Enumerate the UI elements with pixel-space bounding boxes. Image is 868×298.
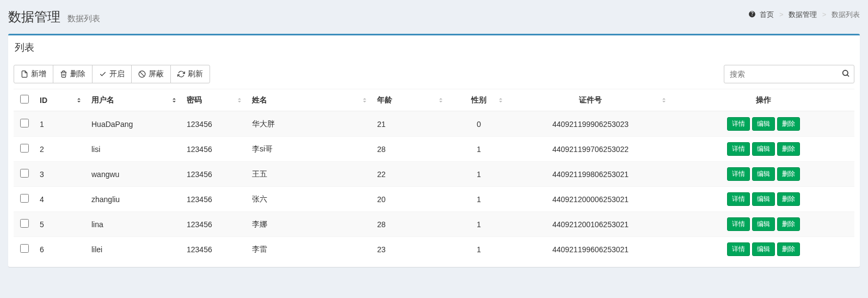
row-edit-button[interactable]: 编辑 — [752, 192, 775, 206]
breadcrumb-separator: > — [779, 10, 784, 19]
row-delete-button[interactable]: 删除 — [777, 217, 800, 231]
cell-name: 华大胖 — [248, 111, 373, 137]
column-label-idno: 证件号 — [579, 95, 602, 104]
cell-checkbox — [14, 212, 35, 237]
add-button-label: 新增 — [31, 69, 46, 80]
sort-icon — [660, 96, 668, 104]
cell-password: 123456 — [182, 212, 248, 237]
cell-password: 123456 — [182, 237, 248, 262]
column-label-username: 用户名 — [91, 95, 114, 104]
breadcrumb-home[interactable]: 首页 — [760, 10, 774, 19]
row-detail-button[interactable]: 详情 — [727, 192, 750, 206]
cell-id: 4 — [35, 187, 87, 212]
sort-icon — [497, 96, 504, 104]
row-checkbox[interactable] — [20, 169, 29, 178]
table-body: 1HuaDaPang123456华大胖210440921199906253023… — [14, 111, 854, 261]
trash-icon — [60, 70, 67, 78]
page-subtitle: 数据列表 — [67, 14, 100, 23]
row-delete-button[interactable]: 删除 — [777, 142, 800, 156]
cell-username: HuaDaPang — [87, 111, 182, 137]
row-detail-button[interactable]: 详情 — [727, 117, 750, 131]
breadcrumb-level1[interactable]: 数据管理 — [789, 10, 817, 19]
svg-point-2 — [843, 70, 848, 75]
row-detail-button[interactable]: 详情 — [727, 242, 750, 256]
row-delete-button[interactable]: 删除 — [777, 242, 800, 256]
table-row: 3wangwu123456王五221440921199806253021详情编辑… — [14, 162, 854, 187]
row-checkbox[interactable] — [20, 119, 29, 127]
cell-age: 22 — [373, 162, 449, 187]
disable-button[interactable]: 屏蔽 — [131, 65, 171, 83]
cell-id: 5 — [35, 212, 87, 237]
sort-icon — [361, 96, 368, 104]
cell-age: 20 — [373, 187, 449, 212]
cell-age: 21 — [373, 111, 449, 137]
cell-gender: 1 — [449, 162, 509, 187]
column-header-actions: 操作 — [672, 89, 854, 112]
cell-id: 2 — [35, 137, 87, 162]
box-title: 列表 — [15, 41, 853, 54]
search-button[interactable] — [839, 67, 852, 82]
row-edit-button[interactable]: 编辑 — [752, 242, 775, 256]
cell-gender: 0 — [449, 111, 509, 137]
column-header-name[interactable]: 姓名 — [248, 89, 373, 112]
dashboard-icon — [748, 10, 756, 18]
cell-actions: 详情编辑删除 — [672, 212, 854, 237]
cell-gender: 1 — [449, 212, 509, 237]
ban-icon — [138, 70, 146, 78]
add-button[interactable]: 新增 — [14, 65, 53, 83]
row-checkbox[interactable] — [20, 219, 29, 228]
row-checkbox[interactable] — [20, 244, 29, 253]
column-label-age: 年龄 — [377, 95, 392, 104]
cell-checkbox — [14, 187, 35, 212]
column-header-username[interactable]: 用户名 — [87, 89, 182, 112]
sort-icon — [75, 96, 83, 104]
toolbar-row: 新增 删除 开启 屏蔽 刷新 — [14, 65, 854, 83]
data-table: ID 用户名 密码 姓名 — [14, 89, 854, 261]
column-header-password[interactable]: 密码 — [182, 89, 248, 112]
enable-button[interactable]: 开启 — [92, 65, 132, 83]
row-edit-button[interactable]: 编辑 — [752, 217, 775, 231]
row-delete-button[interactable]: 删除 — [777, 117, 800, 131]
cell-username: zhangliu — [87, 187, 182, 212]
svg-line-3 — [847, 75, 849, 77]
row-delete-button[interactable]: 删除 — [777, 192, 800, 206]
column-header-age[interactable]: 年龄 — [373, 89, 449, 112]
cell-idno: 440921199706253022 — [509, 137, 672, 162]
column-header-idno[interactable]: 证件号 — [509, 89, 672, 112]
row-detail-button[interactable]: 详情 — [727, 142, 750, 156]
breadcrumb: 首页 > 数据管理 > 数据列表 — [748, 10, 860, 20]
refresh-button[interactable]: 刷新 — [170, 65, 210, 83]
table-row: 2lisi123456李si哥281440921199706253022详情编辑… — [14, 137, 854, 162]
enable-button-label: 开启 — [109, 69, 125, 80]
cell-age: 23 — [373, 237, 449, 262]
breadcrumb-level2: 数据列表 — [832, 10, 860, 19]
search-input[interactable] — [724, 65, 854, 83]
select-all-checkbox[interactable] — [20, 95, 29, 104]
cell-password: 123456 — [182, 162, 248, 187]
row-checkbox[interactable] — [20, 194, 29, 203]
cell-checkbox — [14, 111, 35, 137]
column-label-actions: 操作 — [756, 95, 771, 104]
main-box: 列表 新增 删除 开启 屏蔽 — [8, 34, 860, 267]
cell-idno: 440921200106253021 — [509, 212, 672, 237]
cell-checkbox — [14, 162, 35, 187]
row-detail-button[interactable]: 详情 — [727, 217, 750, 231]
row-edit-button[interactable]: 编辑 — [752, 117, 775, 131]
cell-idno: 440921199806253021 — [509, 162, 672, 187]
column-header-id[interactable]: ID — [35, 89, 87, 112]
delete-button[interactable]: 删除 — [53, 65, 93, 83]
cell-name: 李雷 — [248, 237, 373, 262]
row-delete-button[interactable]: 删除 — [777, 167, 800, 181]
cell-password: 123456 — [182, 111, 248, 137]
row-edit-button[interactable]: 编辑 — [752, 142, 775, 156]
table-row: 1HuaDaPang123456华大胖210440921199906253023… — [14, 111, 854, 137]
cell-password: 123456 — [182, 137, 248, 162]
cell-actions: 详情编辑删除 — [672, 237, 854, 262]
content-header: 数据管理 数据列表 首页 > 数据管理 > 数据列表 — [0, 0, 868, 34]
row-checkbox[interactable] — [20, 144, 29, 153]
row-edit-button[interactable]: 编辑 — [752, 167, 775, 181]
cell-gender: 1 — [449, 237, 509, 262]
cell-idno: 440921199606253021 — [509, 237, 672, 262]
row-detail-button[interactable]: 详情 — [727, 167, 750, 181]
column-header-gender[interactable]: 性别 — [449, 89, 509, 112]
